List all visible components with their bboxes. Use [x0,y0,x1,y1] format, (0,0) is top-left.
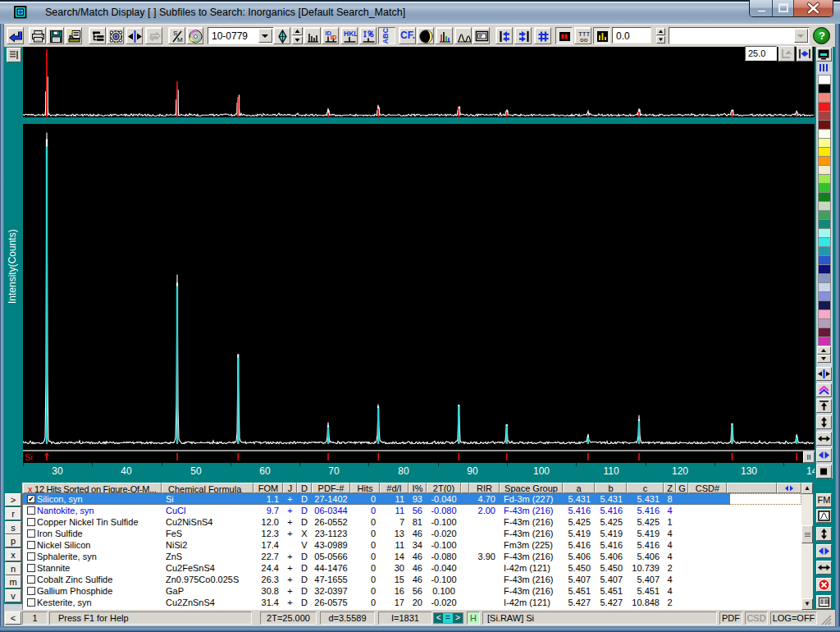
svg-text:M: M [177,36,183,44]
svg-text:oo: oo [580,36,588,44]
svg-text:HKL: HKL [344,30,358,38]
